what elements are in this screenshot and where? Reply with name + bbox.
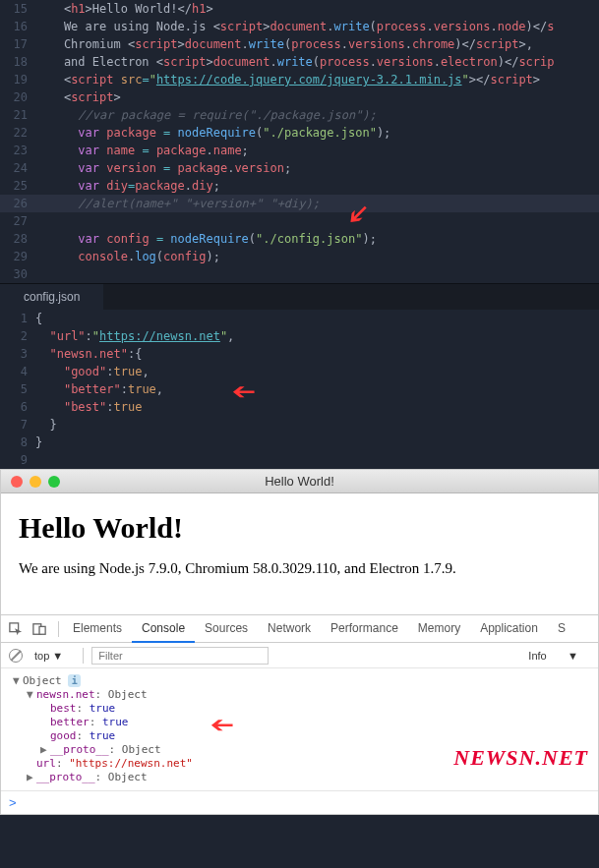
filter-input[interactable]	[91, 647, 269, 665]
devtools-tab-performance[interactable]: Performance	[321, 615, 408, 643]
inspect-icon[interactable]	[9, 622, 23, 636]
code-text: var version = package.version;	[35, 159, 291, 177]
tab-config-json[interactable]: config.json	[0, 284, 103, 310]
code-text: var config = nodeRequire("./config.json"…	[35, 230, 377, 248]
console-prompt[interactable]: >	[1, 790, 598, 814]
code-text: }	[35, 416, 57, 434]
code-text: <script src="https://code.jquery.com/jqu…	[35, 71, 540, 88]
line-number: 19	[0, 71, 35, 88]
line-number: 17	[0, 35, 35, 53]
svg-rect-2	[39, 626, 45, 634]
console-tree-node[interactable]: good: true	[7, 729, 592, 743]
code-text: <script>	[35, 88, 121, 106]
code-line[interactable]: 16 We are using Node.js <script>document…	[0, 18, 599, 35]
device-icon[interactable]	[32, 622, 46, 636]
code-text: //var package = require("./package.json"…	[35, 106, 377, 124]
console-tree-node[interactable]: ▼newsn.net: Object	[7, 688, 592, 702]
code-line[interactable]: 9	[0, 451, 599, 469]
line-number: 30	[0, 265, 35, 283]
code-line[interactable]: 3 "newsn.net":{	[0, 345, 599, 363]
line-number: 22	[0, 124, 35, 142]
code-line[interactable]: 25 var diy=package.diy;	[0, 177, 599, 195]
console-output[interactable]: ▼Object i▼newsn.net: Objectbest: truebet…	[1, 668, 598, 790]
context-selector[interactable]: top ▼	[30, 648, 75, 664]
page-content: Hello World! We are using Node.js 7.9.0,…	[1, 493, 598, 614]
console-tree-node[interactable]: best: true	[7, 702, 592, 716]
page-heading: Hello World!	[19, 511, 580, 545]
console-tree-node[interactable]: ▼Object i	[7, 674, 592, 688]
line-number: 16	[0, 18, 35, 35]
line-number: 26	[0, 195, 35, 212]
line-number: 15	[0, 0, 35, 18]
code-line[interactable]: 26 //alert(name+" "+version+" "+diy);	[0, 195, 599, 212]
code-line[interactable]: 15 <h1>Hello World!</h1>	[0, 0, 599, 18]
line-number: 5	[0, 380, 35, 398]
code-line[interactable]: 4 "good":true,	[0, 363, 599, 380]
code-text: //alert(name+" "+version+" "+diy);	[35, 195, 320, 212]
code-editor-main[interactable]: 15 <h1>Hello World!</h1>16 We are using …	[0, 0, 599, 283]
annotation-arrow-icon: ➔	[231, 373, 256, 410]
code-line[interactable]: 20 <script>	[0, 88, 599, 106]
code-line[interactable]: 8}	[0, 434, 599, 451]
code-line[interactable]: 28 var config = nodeRequire("./config.js…	[0, 230, 599, 248]
code-editor-json[interactable]: 1{2 "url":"https://newsn.net",3 "newsn.n…	[0, 310, 599, 469]
code-text: }	[35, 434, 42, 451]
devtools-tab-application[interactable]: Application	[470, 615, 548, 643]
line-number: 8	[0, 434, 35, 451]
page-paragraph: We are using Node.js 7.9.0, Chromium 58.…	[19, 560, 580, 577]
code-line[interactable]: 6 "best":true	[0, 398, 599, 416]
log-level-selector[interactable]: Info ▼	[524, 648, 590, 664]
code-text: "good":true,	[35, 363, 150, 380]
code-text: var package = nodeRequire("./package.jso…	[35, 124, 390, 142]
window-title: Hello World!	[1, 474, 598, 489]
code-text: console.log(config);	[35, 248, 220, 265]
code-text: {	[35, 310, 42, 327]
code-line[interactable]: 23 var name = package.name;	[0, 142, 599, 159]
code-line[interactable]: 5 "better":true,	[0, 380, 599, 398]
line-number: 18	[0, 53, 35, 71]
code-line[interactable]: 7 }	[0, 416, 599, 434]
line-number: 29	[0, 248, 35, 265]
code-text: Chromium <script>document.write(process.…	[35, 35, 533, 53]
window-titlebar[interactable]: Hello World!	[1, 470, 598, 493]
line-number: 1	[0, 310, 35, 327]
code-line[interactable]: 1{	[0, 310, 599, 327]
code-line[interactable]: 19 <script src="https://code.jquery.com/…	[0, 71, 599, 88]
console-tree-node[interactable]: better: true	[7, 716, 592, 729]
code-line[interactable]: 24 var version = package.version;	[0, 159, 599, 177]
devtools-tab-s[interactable]: S	[548, 615, 575, 643]
code-text: "newsn.net":{	[35, 345, 142, 363]
code-text: and Electron <script>document.write(proc…	[35, 53, 555, 71]
console-tree-node[interactable]: ▶__proto__: Object	[7, 771, 592, 784]
line-number: 9	[0, 451, 35, 469]
line-number: 25	[0, 177, 35, 195]
clear-console-icon[interactable]	[9, 649, 23, 663]
devtools-tab-memory[interactable]: Memory	[408, 615, 470, 643]
code-line[interactable]: 29 console.log(config);	[0, 248, 599, 265]
code-text: "better":true,	[35, 380, 163, 398]
line-number: 4	[0, 363, 35, 380]
devtools-panel: ElementsConsoleSourcesNetworkPerformance…	[1, 614, 598, 814]
line-number: 20	[0, 88, 35, 106]
code-text: "url":"https://newsn.net",	[35, 327, 234, 345]
devtools-tab-elements[interactable]: Elements	[63, 615, 132, 643]
devtools-filter-bar: top ▼ Info ▼	[1, 643, 598, 668]
code-line[interactable]: 22 var package = nodeRequire("./package.…	[0, 124, 599, 142]
code-line[interactable]: 30	[0, 265, 599, 283]
code-line[interactable]: 27	[0, 212, 599, 230]
code-text: We are using Node.js <script>document.wr…	[35, 18, 555, 35]
devtools-tab-network[interactable]: Network	[258, 615, 321, 643]
line-number: 27	[0, 212, 35, 230]
code-line[interactable]: 17 Chromium <script>document.write(proce…	[0, 35, 599, 53]
app-window: Hello World! Hello World! We are using N…	[0, 469, 599, 815]
watermark: NEWSN.NET	[453, 745, 588, 771]
devtools-tab-sources[interactable]: Sources	[195, 615, 258, 643]
devtools-tab-console[interactable]: Console	[132, 615, 195, 643]
line-number: 3	[0, 345, 35, 363]
line-number: 23	[0, 142, 35, 159]
code-line[interactable]: 21 //var package = require("./package.js…	[0, 106, 599, 124]
code-line[interactable]: 18 and Electron <script>document.write(p…	[0, 53, 599, 71]
code-line[interactable]: 2 "url":"https://newsn.net",	[0, 327, 599, 345]
line-number: 28	[0, 230, 35, 248]
code-text: var diy=package.diy;	[35, 177, 220, 195]
